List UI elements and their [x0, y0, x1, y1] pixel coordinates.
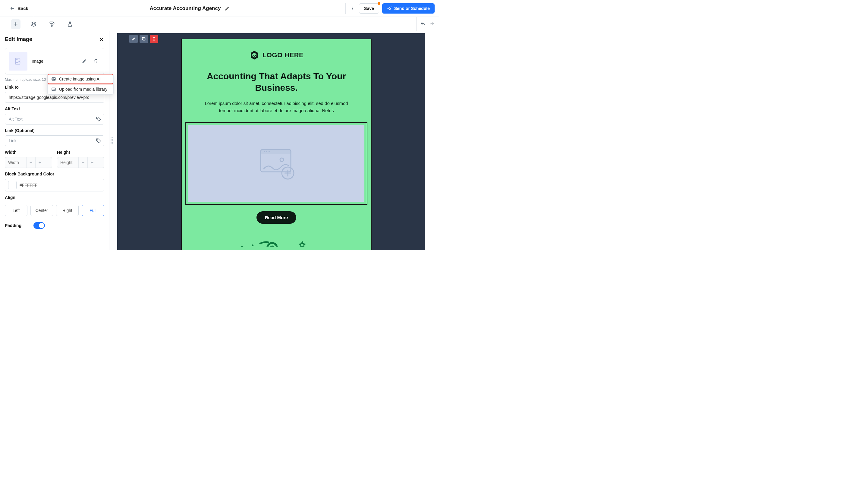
block-toolbar	[129, 35, 158, 43]
svg-point-16	[266, 151, 267, 152]
delete-image-button[interactable]	[93, 58, 100, 64]
color-swatch[interactable]	[8, 181, 17, 189]
height-decrement[interactable]: −	[79, 157, 87, 168]
paint-roller-icon	[49, 21, 55, 27]
alt-text-input[interactable]	[5, 114, 104, 124]
svg-point-17	[268, 151, 270, 152]
undo-icon	[420, 21, 426, 27]
read-more-button[interactable]: Read More	[257, 211, 297, 224]
logo-text: LOGO HERE	[262, 51, 304, 59]
test-button[interactable]	[65, 19, 75, 29]
svg-point-23	[271, 246, 274, 246]
svg-point-15	[264, 151, 265, 152]
svg-point-8	[97, 140, 98, 140]
email-preview[interactable]: LOGO HERE Accounting That Adapts To Your…	[181, 39, 371, 250]
body-text: Lorem ipsum dolor sit amet, consectetur …	[182, 93, 371, 114]
svg-point-1	[352, 8, 353, 8]
more-vertical-icon	[350, 6, 355, 11]
bg-color-input[interactable]: #FFFFFF	[5, 179, 104, 191]
redo-button[interactable]	[429, 21, 435, 27]
plus-icon	[13, 21, 18, 27]
trash-icon	[93, 58, 99, 64]
save-button[interactable]: Save	[359, 3, 379, 14]
paint-button[interactable]	[47, 19, 57, 29]
menu-item-label: Upload from media library	[59, 87, 107, 92]
block-edit-button[interactable]	[129, 35, 138, 43]
illustration-row	[182, 235, 371, 246]
padding-label: Padding	[5, 223, 21, 228]
title-group: Accurate Accounting Agency	[34, 5, 345, 12]
more-button[interactable]	[349, 4, 356, 13]
tag-icon	[96, 116, 101, 122]
svg-rect-3	[50, 22, 53, 23]
tag-picker-button[interactable]	[96, 116, 101, 122]
undo-button[interactable]	[420, 21, 426, 27]
height-label: Height	[57, 150, 104, 155]
tag-picker-button[interactable]	[96, 138, 101, 143]
send-label: Send or Schedule	[394, 6, 430, 11]
edit-image-button[interactable]	[82, 58, 89, 64]
svg-point-18	[280, 158, 283, 161]
unsaved-indicator-icon	[378, 2, 380, 5]
duplicate-icon	[142, 37, 146, 41]
svg-point-0	[352, 7, 353, 7]
canvas-frame: LOGO HERE Accounting That Adapts To Your…	[117, 33, 425, 250]
height-input[interactable]	[57, 157, 79, 168]
arrow-left-icon	[10, 6, 15, 11]
block-duplicate-button[interactable]	[140, 35, 148, 43]
hexagon-logo-icon	[249, 50, 260, 60]
save-label: Save	[364, 6, 374, 11]
svg-point-2	[352, 9, 353, 10]
link-input[interactable]	[5, 135, 104, 146]
width-input[interactable]	[5, 157, 26, 168]
close-icon	[99, 37, 104, 42]
placeholder-icon	[14, 57, 23, 66]
image-label: Image	[32, 59, 77, 64]
headline: Accounting That Adapts To Your Business.	[182, 70, 371, 93]
svg-point-7	[97, 118, 98, 118]
align-right-button[interactable]: Right	[56, 205, 79, 216]
topbar-right: Save Send or Schedule	[345, 3, 439, 14]
divider	[345, 3, 346, 14]
width-increment[interactable]: +	[35, 157, 44, 168]
image-source-menu: Create image using AI Upload from media …	[47, 73, 114, 95]
upload-media-item[interactable]: Upload from media library	[48, 84, 113, 95]
height-stepper[interactable]: − +	[57, 157, 104, 168]
layers-icon	[31, 21, 37, 27]
panel-resize-handle[interactable]	[110, 137, 113, 144]
add-block-button[interactable]	[11, 19, 20, 29]
svg-point-6	[17, 59, 17, 60]
pencil-icon	[132, 37, 136, 41]
width-decrement[interactable]: −	[26, 157, 35, 168]
pencil-icon	[82, 58, 87, 64]
height-increment[interactable]: +	[87, 157, 97, 168]
align-label: Align	[5, 195, 104, 200]
align-center-button[interactable]: Center	[31, 205, 53, 216]
width-stepper[interactable]: − +	[5, 157, 52, 168]
panel-title: Edit Image	[5, 36, 32, 42]
alt-text-label: Alt Text	[5, 106, 104, 111]
send-button[interactable]: Send or Schedule	[382, 3, 435, 14]
back-label: Back	[17, 6, 28, 11]
align-full-button[interactable]: Full	[82, 205, 104, 216]
send-icon	[387, 6, 392, 11]
close-panel-button[interactable]	[99, 37, 104, 42]
image-block[interactable]	[185, 122, 367, 205]
bg-color-label: Block Background Color	[5, 172, 104, 176]
block-delete-button[interactable]	[150, 35, 158, 43]
image-placeholder-icon	[255, 145, 297, 182]
create-image-ai-item[interactable]: Create image using AI	[48, 74, 113, 84]
padding-toggle[interactable]	[33, 222, 45, 229]
align-left-button[interactable]: Left	[5, 205, 28, 216]
bg-color-value: #FFFFFF	[20, 183, 37, 188]
svg-rect-14	[261, 150, 291, 154]
pencil-icon[interactable]	[224, 6, 230, 11]
svg-rect-4	[51, 25, 52, 26]
tag-icon	[96, 138, 101, 143]
redo-icon	[429, 21, 435, 27]
back-button[interactable]: Back	[0, 0, 34, 17]
layers-button[interactable]	[29, 19, 39, 29]
link-label: Link (Optional)	[5, 128, 104, 133]
image-ai-icon	[51, 76, 56, 81]
page-title: Accurate Accounting Agency	[150, 5, 221, 12]
